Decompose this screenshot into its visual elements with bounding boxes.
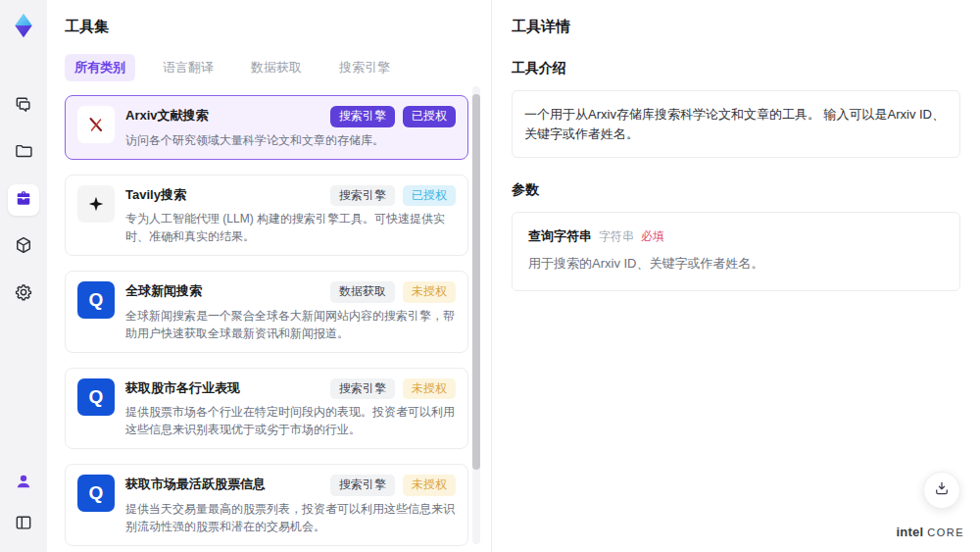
- auth-status-badge: 已授权: [403, 106, 456, 127]
- tool-intro-text: 一个用于从Arxiv存储库搜索科学论文和文章的工具。 输入可以是Arxiv ID…: [512, 90, 960, 158]
- scrollbar-thumb[interactable]: [472, 94, 480, 470]
- tool-card-tavily[interactable]: Tavily搜索 搜索引擎 已授权 专为人工智能代理 (LLM) 构建的搜索引擎…: [65, 175, 468, 257]
- tab-language-translation[interactable]: 语言翻译: [153, 54, 223, 81]
- category-badge: 搜索引擎: [330, 185, 395, 207]
- tab-data-acquisition[interactable]: 数据获取: [241, 54, 312, 81]
- q-search-icon: Q: [77, 378, 115, 416]
- sidebar-rail: [0, 0, 47, 552]
- tool-description: 访问各个研究领域大量科学论文和文章的存储库。: [125, 131, 456, 149]
- auth-status-badge: 未授权: [403, 281, 456, 303]
- auth-status-badge: 未授权: [403, 378, 456, 400]
- category-badge: 搜索引擎: [330, 378, 395, 400]
- intro-heading: 工具介绍: [512, 60, 960, 77]
- params-heading: 参数: [512, 181, 960, 199]
- auth-status-badge: 未授权: [403, 475, 456, 496]
- tool-card-global-news[interactable]: Q 全球新闻搜索 数据获取 未授权 全球新闻搜索是一个聚合全球各大新闻网站内容的…: [65, 271, 468, 353]
- details-title: 工具详情: [512, 18, 960, 36]
- param-type: 字符串: [599, 228, 634, 245]
- sidebar-item-models[interactable]: [8, 231, 39, 263]
- tab-search-engine[interactable]: 搜索引擎: [329, 54, 400, 81]
- folder-icon: [14, 141, 33, 165]
- category-badge: 数据获取: [330, 281, 395, 303]
- tool-description: 专为人工智能代理 (LLM) 构建的搜索引擎工具。可快速提供实时、准确和真实的结…: [125, 210, 456, 245]
- chat-icon: [14, 94, 33, 118]
- tool-name: Arxiv文献搜索: [125, 106, 209, 125]
- user-avatar-button[interactable]: [8, 468, 39, 499]
- param-description: 用于搜索的Arxiv ID、关键字或作者姓名。: [528, 255, 944, 273]
- sparkle-icon: [77, 185, 115, 223]
- download-icon: [933, 479, 951, 501]
- category-badge: 搜索引擎: [330, 475, 395, 496]
- tool-description: 全球新闻搜索是一个聚合全球各大新闻网站内容的搜索引擎，帮助用户快速获取全球最新资…: [125, 307, 456, 342]
- sidebar-item-tools[interactable]: [8, 184, 39, 216]
- tab-all-categories[interactable]: 所有类别: [65, 54, 135, 81]
- cube-icon: [14, 235, 33, 259]
- category-tabs: 所有类别 语言翻译 数据获取 搜索引擎: [65, 54, 491, 81]
- param-required-flag: 必填: [641, 228, 664, 245]
- parameter-card: 查询字符串 字符串 必填 用于搜索的Arxiv ID、关键字或作者姓名。: [512, 212, 960, 291]
- tool-description: 提供股票市场各个行业在特定时间段内的表现。投资者可以利用这些信息来识别表现优于或…: [125, 403, 456, 438]
- auth-status-badge: 已授权: [403, 185, 456, 207]
- q-search-icon: Q: [77, 281, 115, 319]
- download-button[interactable]: [923, 472, 960, 509]
- tool-card-sector-performance[interactable]: Q 获取股市各行业表现 搜索引擎 未授权 提供股票市场各个行业在特定时间段内的表…: [65, 368, 468, 450]
- tools-panel: 工具集 所有类别 语言翻译 数据获取 搜索引擎 Arxiv文献搜索 搜索引擎 已…: [47, 0, 491, 552]
- core-wordmark: CORE: [927, 527, 964, 538]
- q-search-icon: Q: [77, 475, 115, 512]
- user-icon: [14, 472, 33, 495]
- param-name: 查询字符串: [528, 227, 592, 245]
- tool-details-panel: 工具详情 工具介绍 一个用于从Arxiv存储库搜索科学论文和文章的工具。 输入可…: [491, 0, 980, 552]
- briefcase-icon: [14, 188, 33, 212]
- intel-wordmark: intel: [896, 525, 923, 539]
- tool-card-arxiv[interactable]: Arxiv文献搜索 搜索引擎 已授权 访问各个研究领域大量科学论文和文章的存储库…: [65, 95, 468, 160]
- tool-description: 提供当天交易量最高的股票列表，投资者可以利用这些信息来识别流动性强的股票和潜在的…: [125, 500, 456, 535]
- tool-list: Arxiv文献搜索 搜索引擎 已授权 访问各个研究领域大量科学论文和文章的存储库…: [65, 95, 468, 552]
- panel-layout-icon: [14, 513, 33, 536]
- tool-name: Tavily搜索: [125, 185, 186, 204]
- sidebar-item-chat[interactable]: [8, 90, 39, 122]
- arxiv-icon: [77, 106, 115, 143]
- gear-icon: [14, 282, 33, 306]
- page-title: 工具集: [65, 18, 491, 36]
- tool-name: 全球新闻搜索: [125, 281, 202, 300]
- collapse-panel-button[interactable]: [8, 509, 39, 540]
- sidebar-item-settings[interactable]: [8, 278, 39, 310]
- tool-card-active-stocks[interactable]: Q 获取市场最活跃股票信息 搜索引擎 未授权 提供当天交易量最高的股票列表，投资…: [65, 464, 468, 546]
- app-logo: [10, 12, 37, 39]
- tool-name: 获取市场最活跃股票信息: [125, 475, 266, 493]
- intel-core-logo: intel CORE: [896, 525, 964, 539]
- tool-name: 获取股市各行业表现: [125, 378, 240, 397]
- list-scrollbar[interactable]: [472, 86, 480, 544]
- category-badge: 搜索引擎: [330, 106, 395, 127]
- sidebar-item-files[interactable]: [8, 137, 39, 169]
